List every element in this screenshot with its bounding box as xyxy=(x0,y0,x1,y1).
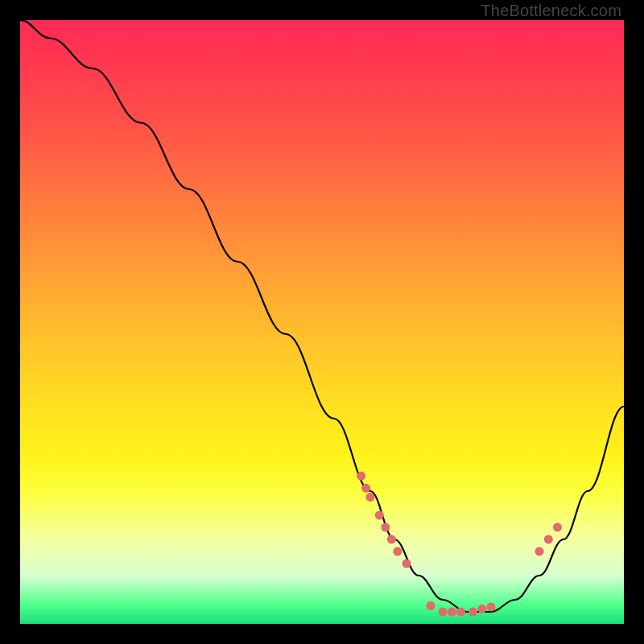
data-markers xyxy=(357,472,562,617)
data-marker xyxy=(553,523,562,532)
data-marker xyxy=(402,559,411,568)
data-marker xyxy=(469,608,477,617)
data-marker xyxy=(387,535,396,544)
data-marker xyxy=(544,535,553,544)
data-marker xyxy=(456,608,465,617)
data-marker xyxy=(361,484,370,493)
data-marker xyxy=(366,493,375,502)
chart-area xyxy=(20,20,624,624)
data-marker xyxy=(448,608,456,617)
data-marker xyxy=(535,547,544,556)
data-marker xyxy=(487,603,496,612)
data-marker xyxy=(477,605,486,613)
data-marker xyxy=(439,608,448,617)
chart-svg xyxy=(20,20,624,624)
data-marker xyxy=(427,601,436,610)
data-marker xyxy=(393,547,402,556)
watermark-label: TheBottleneck.com xyxy=(481,2,621,20)
data-marker xyxy=(381,523,390,532)
bottleneck-curve xyxy=(20,20,624,612)
data-marker xyxy=(375,511,384,520)
data-marker xyxy=(357,472,365,481)
